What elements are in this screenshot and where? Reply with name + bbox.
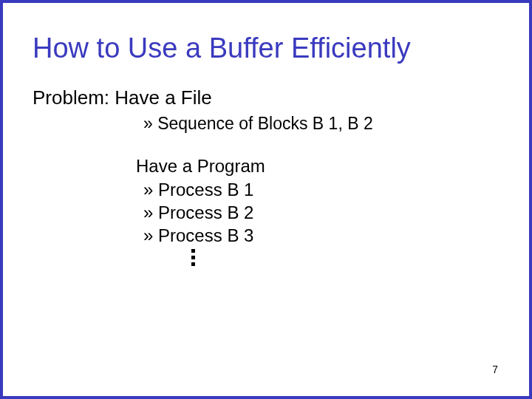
program-heading: Have a Program — [136, 156, 499, 177]
file-bullet: » Sequence of Blocks B 1, B 2 — [143, 114, 499, 134]
slide-frame: How to Use a Buffer Efficiently Problem:… — [0, 0, 532, 399]
program-step-1: » Process B 1 — [143, 180, 499, 200]
program-step-2: » Process B 2 — [143, 202, 499, 223]
problem-heading: Problem: Have a File — [33, 86, 499, 109]
page-number: 7 — [492, 364, 498, 375]
vertical-ellipsis-icon — [191, 249, 499, 266]
program-step-3: » Process B 3 — [143, 225, 499, 246]
slide-title: How to Use a Buffer Efficiently — [33, 33, 499, 64]
